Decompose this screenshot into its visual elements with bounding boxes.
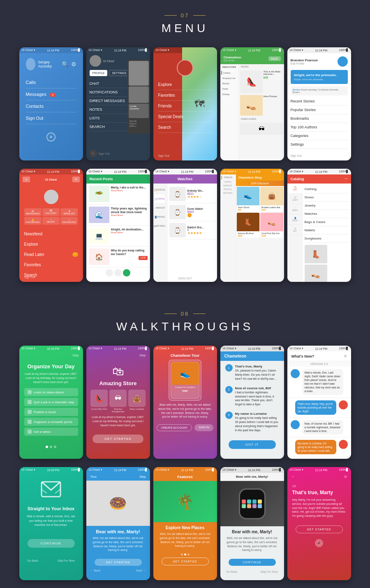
wishlist-icon[interactable]: ♡WISHLIST [155, 204, 165, 212]
wt-desc-3: Bear with me, Marty. Well, me we talked … [157, 403, 213, 419]
get-started-btn-wt2-5[interactable]: GET STARTED [296, 525, 343, 533]
wt-status-5: UI Chest ▾ 11:14 PM 100%▊ [287, 346, 351, 351]
social-menu-newsfeed[interactable]: Newsfeed [24, 229, 78, 239]
phone-shop-orange: UI Chest ▾ 11:14 PM 100%▊ CATALOG CART(0… [220, 169, 284, 282]
wt-phone-organize: UI Chest ▾ 10:16 PM 100%▊ Skip Organize … [19, 346, 83, 459]
phone-red-social: UI Chest ▾ 11:14 PM 100%▊ ≡ UI Chest ✕ ⊞… [19, 169, 83, 282]
white-menu-settings[interactable]: Settings [291, 140, 348, 149]
continue-btn-4[interactable]: CONTINUE [229, 559, 276, 566]
cat-watches[interactable]: Watches [305, 210, 349, 218]
wt2-title-4: Bear with me, Marty! [225, 530, 279, 534]
todo-5[interactable]: Get a tattoo [24, 428, 78, 436]
social-menu-favorites[interactable]: Favorites [24, 260, 78, 270]
features-header: Features [153, 473, 217, 481]
cart-icon[interactable]: 🛒CART(0) [155, 195, 165, 203]
nav-next-4[interactable]: Skip For Now [260, 570, 278, 573]
menu-item-contacts[interactable]: Contacts [26, 100, 76, 112]
white-menu-bookmarks[interactable]: Bookmarks [291, 114, 348, 123]
todo-1[interactable]: Learn to salsa dance [24, 388, 78, 396]
cat-bags[interactable]: Bags & Cases [305, 218, 349, 226]
chat-2: That's true, Marty. Hey, you're outside … [287, 398, 351, 418]
phone-watches: UI Chest ▾ 11:14 PM 100%▊ Watches 📋CATAL… [153, 169, 217, 282]
sign-in-btn[interactable]: SIGN IN [194, 424, 213, 431]
skip-btn-wt2-2[interactable]: Skip [139, 475, 146, 479]
wt-status-2: UI Chest ▾ 11:14 PM 100%▊ [86, 346, 150, 351]
menu-content-3: Explore Favorites Friends Special Deals … [153, 53, 217, 136]
menu-content-1: Sergey Azovsky 🔍 ⚙ Calls Messages 3 Cont… [19, 53, 83, 146]
progress-dots-wt2-3 [153, 553, 217, 555]
nav-btns-4: Go Back Skip For Now [220, 569, 284, 574]
settings-icon[interactable]: ⚙SETTINGS [155, 222, 165, 230]
wt2-phone-inbox: UI Chest ▾ 10:16 PM 100%▊ Straight to Yo… [19, 467, 83, 580]
status-bar-2: UI Chest ▾ 11:14 PM 100%▊ [86, 47, 150, 53]
cat-jewelry[interactable]: Jewelry [305, 202, 349, 210]
white-menu-top100[interactable]: Top 100 Authors [291, 123, 348, 132]
svg-line-1 [42, 489, 47, 493]
white-menu-popular[interactable]: Popular Stories [291, 106, 348, 114]
whats-new-header: What's New? ✕ [287, 351, 351, 361]
watches-catalog: 📋CATALOG 🛒CART(0) ♡WISHLIST 👤PROFILE ⚙SE… [153, 184, 217, 282]
nav-back-1[interactable]: Go Back [28, 559, 39, 562]
status-bar-7: UI Chest ▾ 11:14 PM 100%▊ [86, 169, 150, 174]
profile-icon[interactable]: 👤PROFILE [155, 213, 165, 221]
news-list: 🥗 Marty, I ako a suit to the... Read Mor… [86, 184, 150, 267]
skip-btn-1[interactable]: Skip [19, 351, 83, 359]
wt2-title-3: Explore New Places [158, 525, 212, 530]
red-menu-explore[interactable]: Explore [158, 79, 212, 90]
menu-item-calls[interactable]: Calls [26, 77, 76, 88]
watch-wt-header: Bear with me, Marty! [220, 473, 284, 481]
todo-2[interactable]: Quit a job in a dramatic way [24, 398, 78, 406]
menu-item-messages[interactable]: Messages 3 [26, 88, 76, 100]
wt2-content-2: Bear with me, Marty! Well, me we talked … [86, 526, 150, 555]
wt-title-1: Organize Your Day [24, 363, 78, 370]
get-started-btn-wt2-2[interactable]: GET STARTED [95, 559, 142, 566]
red-menu-favorites[interactable]: Favorites [158, 90, 212, 101]
cat-wallets[interactable]: Wallets [305, 226, 349, 235]
category-list: Clothing Shoes Jewelry Watches Bags & Ca… [303, 184, 351, 282]
phone-catalog: UI Chest ▾ 11:14 PM 100%▊ Catalog ⋯ 📋CAT… [287, 169, 351, 282]
cat-clothing[interactable]: Clothing [305, 185, 349, 193]
wt2-desc-4: Well, me we talked about this, we're not… [225, 536, 279, 552]
continue-btn-1[interactable]: CONTINUE [28, 539, 75, 548]
white-menu-recent[interactable]: Recent Stories [291, 97, 348, 106]
product-showcase: 👠 Coral Slip-Ons 🕶 Tortoise Sunglasses 👜… [91, 390, 145, 413]
nav-next-2[interactable]: Next → [136, 569, 146, 572]
got-it-btn[interactable]: GOT IT [229, 440, 276, 449]
nav-next-1[interactable]: Skip For Now [57, 559, 74, 562]
tab-profile[interactable]: PROFILE [90, 70, 108, 76]
chat-1: Wait a minute, Doc. Last night, Darth Va… [287, 367, 351, 398]
wt2-phone-features: UI Chest ▾ 11:14 PM 100%▊ Features 🌴 Exp… [153, 467, 217, 580]
todo-3[interactable]: Publish a novel [24, 408, 78, 416]
menu-row-1: UI Chest ▾ 11:14 PM 100%▊ Sergey Azovsky… [0, 43, 370, 165]
cat-sunglasses[interactable]: Sunglasses [305, 235, 349, 243]
wt-phone-chameleon: UI Chest ▾ 11:14 PM 100%▊ Chameleon 1 Th… [220, 346, 284, 459]
wt2-phone-watch: UI Chest ▾ 11:14 PM 100%▊ Bear with me, … [220, 467, 284, 580]
nav-back-2[interactable]: ← Back [90, 569, 101, 572]
menu-item-signout[interactable]: Sign Out [26, 112, 76, 124]
chat-avatar-2 [339, 400, 348, 409]
tab-settings[interactable]: SETTINGS [109, 70, 129, 76]
skip-btn-2[interactable]: Skip [86, 351, 150, 359]
todo-4[interactable]: Organize a romantic picnic [24, 418, 78, 426]
social-menu-search[interactable]: Search [24, 270, 78, 280]
close-btn[interactable]: ✕ [344, 354, 347, 358]
wt-status-4: UI Chest ▾ 11:14 PM 100%▊ [220, 346, 284, 351]
watch-item-1: ⌚ Entirely Wo... $211 ★★★★☆ [169, 185, 215, 203]
red-menu-deals[interactable]: Special Deals [158, 112, 212, 122]
wt-desc-1: Look at my driver's license, expires 198… [24, 372, 78, 384]
chat-list: Wait a minute, Doc. Last night, Darth Va… [287, 367, 351, 457]
wt2-content-3: Explore New Places Well, me we talked ab… [153, 522, 217, 551]
red-menu-search[interactable]: Search [158, 122, 212, 133]
white-menu-categories[interactable]: Categories [291, 132, 348, 140]
social-menu-explore[interactable]: Explore [24, 239, 78, 249]
catalog-icon[interactable]: 📋CATALOG [155, 186, 165, 194]
red-menu-friends[interactable]: Friends [158, 101, 212, 112]
get-started-btn-2[interactable]: GET STARTED [92, 435, 143, 443]
cat-shoes[interactable]: Shoes [305, 193, 349, 202]
social-menu-read-later[interactable]: Read Later7 [24, 249, 78, 260]
nav-back-4[interactable]: Go Back [227, 570, 238, 573]
create-account-btn[interactable]: CREATE ACCOUNT [157, 424, 192, 431]
tour-action-btns: CREATE ACCOUNT SIGN IN [153, 424, 217, 431]
wt2-content-4: Bear with me, Marty! Well, me we talked … [220, 526, 284, 555]
get-started-btn-wt2-3[interactable]: GET STARTED [162, 558, 209, 565]
